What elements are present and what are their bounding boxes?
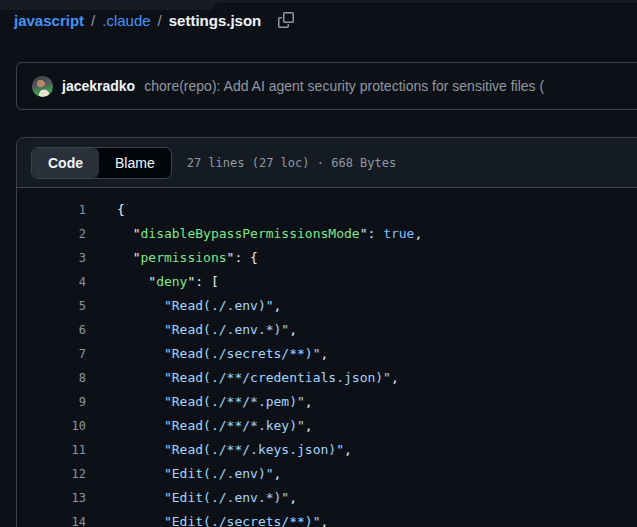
breadcrumb-separator: /	[158, 12, 162, 29]
code-text: "Read(./**/*.pem)",	[117, 390, 313, 414]
line-number[interactable]: 1	[17, 198, 86, 222]
file-stats: 27 lines (27 loc) · 668 Bytes	[187, 156, 397, 170]
line-number[interactable]: 4	[17, 270, 86, 294]
line-number[interactable]: 3	[17, 246, 86, 270]
code-lines: 1{2 "disableBypassPermissionsMode": true…	[17, 188, 637, 527]
code-line: 13 "Edit(./.env.*)",	[17, 486, 637, 510]
line-number[interactable]: 6	[17, 318, 86, 342]
code-text: "Read(./.env)",	[117, 294, 281, 318]
code-line: 10 "Read(./**/*.key)",	[17, 414, 637, 438]
latest-commit-bar: jacekradko chore(repo): Add AI agent sec…	[16, 62, 637, 110]
tab-code[interactable]: Code	[32, 148, 99, 178]
code-text: "deny": [	[117, 270, 219, 294]
code-line: 6 "Read(./.env.*)",	[17, 318, 637, 342]
code-text: "Read(./.env.*)",	[117, 318, 297, 342]
code-line: 3 "permissions": {	[17, 246, 637, 270]
code-text: {	[117, 198, 125, 222]
breadcrumb-separator: /	[91, 12, 95, 29]
breadcrumb: javascript / .claude / settings.json	[14, 7, 637, 33]
breadcrumb-file-name: settings.json	[169, 12, 262, 29]
code-text: "disableBypassPermissionsMode": true,	[117, 222, 422, 246]
commit-author-link[interactable]: jacekradko	[62, 78, 135, 94]
line-number[interactable]: 9	[17, 390, 86, 414]
code-blame-switch: Code Blame	[31, 147, 172, 179]
line-number[interactable]: 11	[17, 438, 86, 462]
commit-message-link[interactable]: chore(repo): Add AI agent security prote…	[144, 78, 544, 94]
code-text: "Edit(./secrets/**)",	[117, 510, 328, 527]
code-line: 12 "Edit(./.env)",	[17, 462, 637, 486]
line-number[interactable]: 10	[17, 414, 86, 438]
copy-path-button[interactable]	[274, 8, 298, 32]
code-line: 8 "Read(./**/credentials.json)",	[17, 366, 637, 390]
breadcrumb-folder-link[interactable]: .claude	[102, 12, 150, 29]
code-text: "Edit(./.env.*)",	[117, 486, 297, 510]
code-text: "Read(./secrets/**)",	[117, 342, 328, 366]
code-text: "Read(./**/.keys.json)",	[117, 438, 352, 462]
line-number[interactable]: 7	[17, 342, 86, 366]
line-number[interactable]: 14	[17, 510, 86, 527]
code-text: "Read(./**/credentials.json)",	[117, 366, 399, 390]
line-number[interactable]: 12	[17, 462, 86, 486]
code-text: "permissions": {	[117, 246, 258, 270]
file-content-panel: Code Blame 27 lines (27 loc) · 668 Bytes…	[16, 137, 637, 527]
code-line: 2 "disableBypassPermissionsMode": true,	[17, 222, 637, 246]
avatar[interactable]	[32, 76, 53, 97]
file-panel-header: Code Blame 27 lines (27 loc) · 668 Bytes	[17, 138, 637, 188]
line-number[interactable]: 5	[17, 294, 86, 318]
code-line: 1{	[17, 198, 637, 222]
code-line: 5 "Read(./.env)",	[17, 294, 637, 318]
code-line: 4 "deny": [	[17, 270, 637, 294]
code-line: 7 "Read(./secrets/**)",	[17, 342, 637, 366]
code-line: 14 "Edit(./secrets/**)",	[17, 510, 637, 527]
tab-blame[interactable]: Blame	[99, 148, 171, 178]
line-number[interactable]: 8	[17, 366, 86, 390]
copy-icon	[278, 12, 294, 28]
breadcrumb-repo-link[interactable]: javascript	[14, 12, 84, 29]
code-line: 11 "Read(./**/.keys.json)",	[17, 438, 637, 462]
line-number[interactable]: 13	[17, 486, 86, 510]
code-text: "Read(./**/*.key)",	[117, 414, 313, 438]
code-line: 9 "Read(./**/*.pem)",	[17, 390, 637, 414]
code-text: "Edit(./.env)",	[117, 462, 281, 486]
line-number[interactable]: 2	[17, 222, 86, 246]
